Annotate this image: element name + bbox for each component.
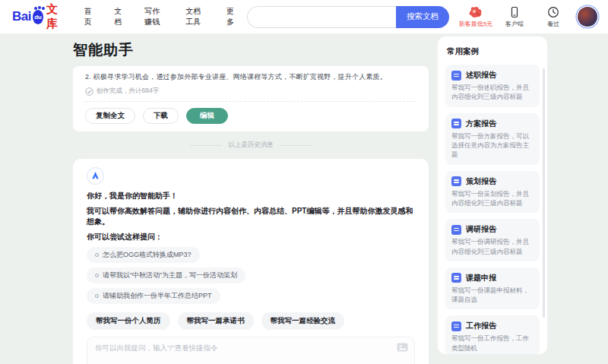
document-icon [451, 176, 461, 186]
gift-red-icon [468, 6, 483, 18]
history-entry[interactable]: 看过 [539, 6, 568, 28]
case-desc: 帮我写一份述职报告，并且内容细化到三级内容标题 [451, 83, 534, 102]
case-desc: 帮我写一份策划报告，并且内容细化到三级内容标题 [451, 189, 534, 208]
quick-prompt-experience[interactable]: 帮我写一篇经验交流 [261, 312, 345, 330]
document-icon [451, 273, 461, 283]
history-label: 看过 [547, 20, 559, 28]
download-button[interactable]: 下载 [143, 108, 179, 124]
doc-excerpt: 2. 积极寻求学习机会，通过参加外部专业讲座、网络课程等方式，不断扩宽视野，提升… [85, 72, 416, 81]
paw-icon: du [33, 10, 43, 24]
client-entry[interactable]: 客户端 [500, 6, 529, 28]
assistant-avatar-icon [87, 167, 104, 185]
case-item-cehua[interactable]: 策划报告 帮我写一份策划报告，并且内容细化到三级内容标题 [445, 171, 540, 214]
message-input[interactable] [95, 343, 391, 362]
quick-prompt-pledge[interactable]: 帮我写一篇承诺书 [178, 312, 254, 330]
common-cases-sidebar: 常用案例 述职报告 帮我写一份述职报告，并且内容细化到三级内容标题 方案报告 帮… [438, 36, 547, 354]
circle-bullet-icon [95, 294, 99, 298]
circle-bullet-icon [95, 274, 99, 277]
case-item-shuzhi[interactable]: 述职报告 帮我写一份述职报告，并且内容细化到三级内容标题 [445, 65, 540, 107]
suggestion-chip[interactable]: 怎么把OGG格式转换成MP3? [87, 247, 200, 263]
copy-all-button[interactable]: 复制全文 [85, 108, 135, 124]
top-navbar: Bai du 文库 首页 文档 写作赚钱 文档工具 更多 搜索文档 新客最低5元… [0, 0, 608, 33]
doc-search: 搜索文档 [247, 6, 449, 28]
intro-text: 我可以帮你高效解答问题，辅助你进行内容创作、内容总结、PPT编辑等，并且帮助你激… [87, 206, 415, 227]
navbar-right-group: 新客最低5元 客户端 看过 [461, 6, 597, 28]
case-item-gongzuo[interactable]: 工作报告 帮我写一份工作报告，工作类型随机 [445, 315, 540, 354]
welcome-message-card: 你好，我是你的智能助手！ 我可以帮你高效解答问题，辅助你进行内容创作、内容总结、… [73, 159, 429, 364]
check-circle-icon [85, 87, 93, 96]
document-icon [451, 225, 461, 235]
history-divider-label: 以上是历史消息 [228, 141, 274, 150]
main-area: 智能助手 2. 积极寻求学习机会，通过参加外部专业讲座、网络课程等方式，不断扩宽… [0, 33, 608, 364]
search-input[interactable] [247, 6, 396, 28]
case-desc: 帮我写一份工作报告，工作类型随机 [451, 334, 534, 353]
case-name: 工作报告 [466, 321, 496, 331]
message-composer: 0/400 ↵ [87, 337, 415, 364]
case-name: 策划报告 [466, 176, 496, 187]
nav-link-more[interactable]: 更多 [226, 6, 237, 27]
quick-prompts-row: 帮我写一份个人简历 帮我写一篇承诺书 帮我写一篇经验交流 [87, 312, 415, 330]
case-desc: 帮我写一份方案报告，可以选择任意内容为方案报告主题 [451, 131, 534, 160]
user-avatar[interactable] [578, 7, 597, 27]
clock-icon [547, 6, 559, 18]
case-name: 方案报告 [466, 119, 496, 129]
document-icon [451, 119, 461, 128]
suggestion-label: 请辅助我创作一份半年工作总结PPT [103, 291, 212, 301]
generated-doc-card: 2. 积极寻求学习机会，通过参加外部专业讲座、网络课程等方式，不断扩宽视野，提升… [73, 66, 429, 131]
greeting-text: 你好，我是你的智能助手！ [87, 191, 415, 201]
sidebar-title: 常用案例 [447, 46, 540, 57]
creation-status: 创作完成，共计684字 [97, 87, 159, 96]
case-name: 课题申报 [466, 273, 496, 283]
image-upload-icon[interactable] [397, 343, 408, 352]
document-icon [451, 71, 461, 81]
history-divider: 以上是历史消息 [73, 141, 429, 150]
suggestion-chip[interactable]: 请帮我以“中秋活动”为主题，写一份活动策划 [87, 267, 245, 283]
assistant-panel: 智能助手 2. 积极寻求学习机会，通过参加外部专业讲座、网络课程等方式，不断扩宽… [73, 33, 429, 364]
case-item-diaoyan[interactable]: 调研报告 帮我写一份调研报告，并且内容细化到三级内容标题 [445, 219, 540, 261]
promo-entry[interactable]: 新客最低5元 [461, 6, 490, 28]
nav-link-docs[interactable]: 文档 [114, 6, 125, 27]
sidebar-scrollbar[interactable] [543, 68, 545, 318]
page-title: 智能助手 [73, 40, 429, 60]
logo-text-du: du [34, 14, 42, 21]
nav-link-earn[interactable]: 写作赚钱 [144, 6, 166, 27]
phone-icon [508, 6, 521, 18]
baidu-wenku-logo[interactable]: Bai du 文库 [12, 2, 63, 31]
document-icon [451, 321, 461, 331]
suggestion-label: 请帮我以“中秋活动”为主题，写一份活动策划 [103, 271, 237, 280]
suggestion-label: 怎么把OGG格式转换成MP3? [103, 250, 192, 260]
suggestion-chip[interactable]: 请辅助我创作一份半年工作总结PPT [87, 288, 220, 304]
logo-text-wenku: 文库 [46, 2, 63, 31]
case-item-keti[interactable]: 课题申报 帮我写一份课题申报材料，课题自选 [445, 267, 540, 310]
primary-nav: 首页 文档 写作赚钱 文档工具 更多 [74, 6, 247, 27]
try-label: 你可以尝试这样提问： [87, 232, 415, 242]
case-desc: 帮我写一份调研报告，并且内容细化到三级内容标题 [451, 237, 534, 256]
case-name: 述职报告 [466, 70, 496, 81]
nav-link-tools[interactable]: 文档工具 [185, 6, 207, 27]
logo-text-bai: Bai [12, 9, 31, 24]
case-name: 调研报告 [466, 224, 496, 235]
edit-button[interactable]: 编辑 [186, 108, 228, 124]
case-item-fangan[interactable]: 方案报告 帮我写一份方案报告，可以选择任意内容为方案报告主题 [445, 113, 540, 165]
search-button[interactable]: 搜索文档 [396, 6, 449, 28]
client-label: 客户端 [505, 20, 524, 28]
promo-label: 新客最低5元 [459, 20, 492, 28]
circle-bullet-icon [95, 253, 99, 257]
case-desc: 帮我写一份课题申报材料，课题自选 [451, 286, 534, 305]
quick-prompt-resume[interactable]: 帮我写一份个人简历 [87, 312, 170, 330]
nav-link-home[interactable]: 首页 [84, 6, 94, 27]
